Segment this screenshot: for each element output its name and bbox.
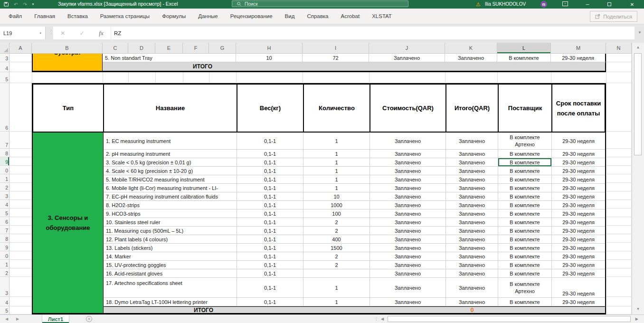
- cell-name[interactable]: 16. Acid-resistant gloves: [104, 269, 237, 278]
- cell-cost[interactable]: Заплачено: [370, 175, 446, 184]
- select-all-corner[interactable]: [0, 43, 9, 54]
- cell-weight[interactable]: 0,1-1: [237, 269, 303, 278]
- cell-cost[interactable]: Заплачено: [370, 261, 446, 269]
- cell-weight[interactable]: 0,1-1: [237, 150, 303, 158]
- cell-total[interactable]: Заплачено: [446, 192, 498, 201]
- header-supplier[interactable]: Поставщик: [498, 84, 552, 133]
- cell-total[interactable]: Заплачено: [446, 201, 498, 209]
- cell-total[interactable]: Заплачено: [446, 150, 498, 158]
- category-cell-sensors[interactable]: 3. Сенсоры и оборудование: [33, 133, 104, 313]
- ribbon-display-options-icon[interactable]: ⌃: [562, 1, 568, 6]
- cell-cost[interactable]: Заплачено: [370, 192, 446, 201]
- row-header[interactable]: 2: [0, 268, 9, 277]
- cell-name[interactable]: 2. pH measuring instrument: [104, 150, 237, 158]
- cell-delivery[interactable]: 29-30 неделя: [551, 54, 606, 62]
- cell-cost[interactable]: Заплачено: [370, 167, 446, 175]
- column-header-K[interactable]: K: [445, 43, 497, 53]
- cell-name[interactable]: 13. Labels (stickers): [104, 244, 237, 252]
- cell-supplier[interactable]: В комплекте: [498, 209, 552, 218]
- ribbon-tab-Acrobat[interactable]: Acrobat: [335, 9, 366, 24]
- cell-delivery[interactable]: 29-30 неделя: [552, 252, 605, 261]
- cell-weight[interactable]: 0,1-1: [237, 167, 303, 175]
- cell-qty[interactable]: 2: [303, 261, 370, 269]
- cell-total[interactable]: Заплачено: [446, 227, 498, 235]
- cell-supplier[interactable]: В комплекте: [498, 218, 552, 227]
- row-header[interactable]: 4: [0, 62, 9, 72]
- cell-total[interactable]: Заплачено: [446, 244, 498, 252]
- search-box[interactable]: Поиск: [232, 0, 408, 7]
- cell-name[interactable]: 3. Scale < 0,5 kg (precision ± 0,01 g): [104, 158, 237, 167]
- column-header-I[interactable]: I: [303, 43, 369, 53]
- cell-weight[interactable]: 0,1-1: [237, 192, 303, 201]
- row-header[interactable]: 5: [0, 306, 9, 314]
- cell-delivery[interactable]: 29-30 неделя: [552, 261, 605, 269]
- column-header-M[interactable]: M: [551, 43, 606, 53]
- scroll-up-icon[interactable]: ▲: [632, 45, 644, 49]
- cell-qty[interactable]: [303, 269, 370, 278]
- cell-name[interactable]: 15. UV-protecting goggles: [104, 261, 237, 269]
- column-header-N[interactable]: N: [606, 43, 632, 53]
- cell-delivery[interactable]: 29-30 неделя: [552, 209, 605, 218]
- cell-qty[interactable]: 1: [303, 298, 370, 306]
- formula-input[interactable]: RZ: [111, 27, 635, 39]
- cell-cost[interactable]: Заплачено: [370, 244, 446, 252]
- avatar[interactable]: IS: [540, 1, 547, 8]
- cell-supplier[interactable]: В комплекте: [498, 192, 552, 201]
- row-header[interactable]: 9: [0, 243, 9, 251]
- column-header-L[interactable]: L: [497, 43, 551, 53]
- cell-delivery[interactable]: 29-30 неделя: [552, 184, 605, 192]
- cell-supplier[interactable]: В комплекте: [498, 201, 552, 209]
- column-header-H[interactable]: H: [236, 43, 303, 53]
- cell-name[interactable]: 9. HCO3-strips: [104, 209, 237, 218]
- category-cell-substrate[interactable]: Субстрат: [32, 54, 103, 72]
- cell-qty[interactable]: 72: [303, 54, 369, 62]
- header-delivery[interactable]: Срок поставки после оплаты: [552, 84, 605, 133]
- grid-canvas[interactable]: Субстрат 5. Non standart Tray 10 72 Запл…: [9, 54, 632, 314]
- cell-total[interactable]: Заплачено: [446, 218, 498, 227]
- column-header-F[interactable]: F: [183, 43, 209, 53]
- column-header-E[interactable]: E: [155, 43, 183, 53]
- cell-weight[interactable]: 0,1-1: [237, 278, 303, 298]
- header-weight[interactable]: Вес(кг): [237, 84, 303, 133]
- save-icon[interactable]: [4, 2, 9, 7]
- cell-cost[interactable]: Заплачено: [370, 184, 446, 192]
- cell-total[interactable]: Заплачено: [446, 261, 498, 269]
- cell-qty[interactable]: 1500: [303, 244, 370, 252]
- cell-delivery[interactable]: 29-30 неделя: [552, 175, 605, 184]
- cell-qty[interactable]: 1: [303, 278, 370, 298]
- cell-supplier[interactable]: В комплекте: [498, 244, 552, 252]
- user-name[interactable]: Ilia SUKHODOLOV: [485, 1, 526, 7]
- name-box-dropdown-icon[interactable]: ▾: [39, 31, 41, 35]
- column-header-J[interactable]: J: [369, 43, 445, 53]
- ribbon-tab-Справка[interactable]: Справка: [301, 9, 334, 24]
- column-header-D[interactable]: D: [128, 43, 155, 53]
- column-header-A[interactable]: A: [9, 43, 32, 53]
- row-header[interactable]: 6: [0, 217, 9, 226]
- cell-qty[interactable]: 1: [303, 175, 370, 184]
- row-header[interactable]: 3: [0, 191, 9, 200]
- cell-name[interactable]: 12. Plant labels (4 colours): [104, 235, 237, 244]
- cell-delivery[interactable]: 29-30 неделя: [552, 278, 605, 298]
- maximize-button[interactable]: [602, 0, 616, 9]
- cell-qty[interactable]: 400: [303, 235, 370, 244]
- cell-weight[interactable]: 0,1-1: [237, 244, 303, 252]
- cell-cost[interactable]: Заплачено: [370, 201, 446, 209]
- cell-weight[interactable]: 0,1-1: [237, 227, 303, 235]
- row-header[interactable]: 5: [0, 209, 9, 217]
- row-header[interactable]: 8: [0, 234, 9, 243]
- cell-supplier[interactable]: В комплекте: [498, 175, 552, 184]
- cell-total[interactable]: Заплачено: [446, 167, 498, 175]
- cell-delivery[interactable]: 29-30 неделя: [552, 133, 605, 150]
- cell-cost[interactable]: Заплачено: [370, 252, 446, 261]
- confirm-entry-icon[interactable]: ✓: [80, 30, 85, 37]
- column-header-G[interactable]: G: [209, 43, 236, 53]
- cell-weight[interactable]: 0,1-1: [237, 158, 303, 167]
- cell-qty[interactable]: 2: [303, 252, 370, 261]
- subtotal-row-top[interactable]: ИТОГО: [103, 62, 606, 72]
- cell-cost[interactable]: Заплачено: [370, 218, 446, 227]
- row-header[interactable]: 2: [0, 183, 9, 191]
- row-header[interactable]: 7: [0, 132, 9, 149]
- scroll-left-icon[interactable]: ◀: [381, 317, 384, 321]
- vertical-scroll-thumb[interactable]: [634, 53, 642, 155]
- row-header[interactable]: 7: [0, 226, 9, 234]
